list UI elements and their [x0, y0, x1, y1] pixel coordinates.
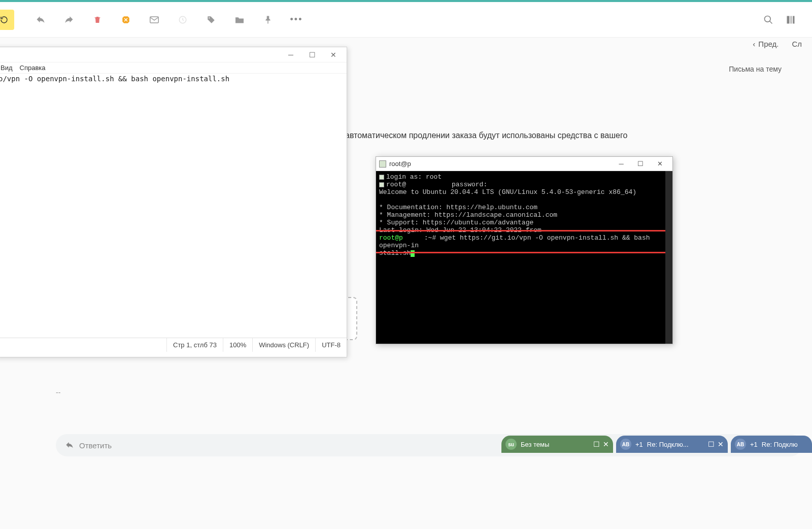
- mark-read-button[interactable]: [145, 11, 163, 29]
- term-mgmt: * Management: https://landscape.canonica…: [379, 211, 669, 219]
- chat-tab-1[interactable]: АВ +1 Re: Подклю... ☐✕: [616, 436, 728, 453]
- spam-icon: [121, 15, 130, 24]
- layout-icon: [786, 15, 796, 25]
- chat-tabs: su Без темы ☐✕ АВ +1 Re: Подклю... ☐✕ АВ…: [501, 436, 812, 453]
- term-command: wget https://git.io/vpn -O openvpn-insta…: [379, 234, 650, 249]
- chat-tab-label: Без темы: [521, 441, 589, 448]
- putty-icon: [379, 160, 386, 168]
- term-support: * Support: https://ubuntu.com/advantage: [379, 219, 669, 226]
- term-prompt-user: root@p: [379, 234, 403, 242]
- status-line-ending: Windows (CRLF): [252, 338, 315, 352]
- chat-avatar: АВ: [735, 439, 746, 450]
- tag-icon: [207, 15, 216, 24]
- tag-button[interactable]: [202, 11, 220, 29]
- delete-button[interactable]: [88, 11, 107, 29]
- spam-button[interactable]: [117, 11, 135, 29]
- reply-icon: [65, 441, 74, 449]
- prev-message-button[interactable]: ‹ Пред.: [753, 40, 779, 48]
- term-welcome: Welcome to Ubuntu 20.04.4 LTS (GNU/Linux…: [379, 188, 669, 196]
- close-button[interactable]: ✕: [323, 48, 344, 62]
- reply-arrow-icon: [36, 15, 46, 24]
- clock-icon: [178, 15, 187, 24]
- search-button[interactable]: [763, 15, 773, 25]
- svg-point-2: [209, 17, 210, 18]
- prev-label: Пред.: [758, 40, 779, 48]
- status-empty: [0, 338, 166, 352]
- svg-rect-5: [790, 16, 792, 23]
- panel-toggle-button[interactable]: [786, 15, 796, 25]
- pin-button[interactable]: [259, 11, 277, 29]
- chat-tab-label: Re: Подклю...: [647, 441, 704, 448]
- chat-avatar: su: [505, 439, 517, 450]
- putty-line-icon: [379, 182, 384, 187]
- trash-icon: [93, 15, 101, 24]
- mail-pagination: ‹ Пред. Сл: [753, 40, 802, 48]
- thread-label: Письма на тему: [729, 65, 782, 73]
- notepad-statusbar: Стр 1, стлб 73 100% Windows (CRLF) UTF-8: [0, 338, 347, 352]
- redo-button[interactable]: [60, 11, 78, 29]
- putty-terminal[interactable]: login as: root root@password: Welcome to…: [376, 171, 672, 344]
- snooze-button[interactable]: [174, 11, 192, 29]
- chat-max-icon[interactable]: ☐: [708, 440, 715, 448]
- reply-placeholder: Ответить: [79, 441, 112, 450]
- chat-tab-2[interactable]: АВ +1 Re: Подклю: [731, 436, 812, 453]
- menu-help[interactable]: Справка: [20, 64, 46, 72]
- svg-rect-6: [793, 16, 794, 23]
- putty-line-icon: [379, 175, 384, 180]
- term-pw-label: password:: [452, 181, 487, 188]
- chat-tab-0[interactable]: su Без темы ☐✕: [501, 436, 613, 453]
- menu-view[interactable]: Вид: [1, 64, 13, 72]
- pin-icon: [264, 15, 272, 24]
- folder-button[interactable]: [230, 11, 249, 29]
- forward-arrow-icon: [64, 15, 74, 24]
- svg-point-3: [765, 16, 771, 22]
- putty-maximize-button[interactable]: ☐: [631, 157, 650, 171]
- putty-scrollbar[interactable]: [665, 171, 672, 344]
- mail-toolbar: ✎ •••: [0, 2, 812, 38]
- chat-avatar: АВ: [620, 439, 631, 450]
- chat-close-icon[interactable]: ✕: [603, 440, 609, 448]
- more-button[interactable]: •••: [287, 11, 306, 29]
- chevron-left-icon: ‹: [753, 40, 755, 48]
- notepad-textarea[interactable]: o/vpn -O openvpn-install.sh && bash open…: [0, 74, 347, 338]
- chat-tab-count: +1: [635, 441, 643, 448]
- term-prompt-sep: :~#: [424, 234, 440, 242]
- term-login-user: root: [426, 173, 442, 181]
- chat-max-icon[interactable]: ☐: [593, 440, 600, 448]
- term-lastlogin: Last login: Wed Jun 22 13:04:22 2022 fro…: [379, 226, 669, 234]
- term-login-prompt: login as:: [386, 173, 426, 181]
- chat-tab-label: Re: Подклю: [762, 441, 808, 448]
- mail-body-text: автоматическом продлении заказа будут ис…: [345, 131, 627, 140]
- notepad-window: ─ ☐ ✕ Вид Справка o/vpn -O openvpn-insta…: [0, 47, 347, 357]
- status-position: Стр 1, стлб 73: [166, 338, 223, 352]
- putty-minimize-button[interactable]: ─: [612, 157, 631, 171]
- minimize-button[interactable]: ─: [281, 48, 301, 62]
- refresh-icon: [0, 15, 9, 24]
- signature-separator: --: [56, 388, 60, 396]
- notepad-titlebar[interactable]: ─ ☐ ✕: [0, 47, 347, 62]
- envelope-icon: [150, 16, 159, 23]
- next-message-button[interactable]: Сл: [792, 40, 802, 48]
- chat-tab-count: +1: [750, 441, 758, 448]
- putty-close-button[interactable]: ✕: [650, 157, 669, 171]
- putty-titlebar[interactable]: root@p ─ ☐ ✕: [376, 157, 672, 171]
- search-icon: [763, 15, 773, 25]
- putty-title-text: root@p: [389, 160, 411, 168]
- term-pw-user: root@: [386, 181, 406, 188]
- term-doc: * Documentation: https://help.ubuntu.com: [379, 204, 669, 211]
- chat-close-icon[interactable]: ✕: [718, 440, 724, 448]
- maximize-button[interactable]: ☐: [302, 48, 322, 62]
- putty-window: root@p ─ ☐ ✕ login as: root root@passwor…: [376, 156, 673, 344]
- undo-button[interactable]: [31, 11, 50, 29]
- svg-rect-4: [787, 16, 790, 23]
- terminal-cursor: [411, 250, 415, 257]
- refresh-button[interactable]: [0, 10, 14, 30]
- notepad-menubar: Вид Справка: [0, 62, 347, 74]
- folder-icon: [234, 16, 245, 24]
- status-zoom: 100%: [223, 338, 252, 352]
- status-encoding: UTF-8: [315, 338, 347, 352]
- term-command-wrap: stall.sh: [379, 249, 411, 257]
